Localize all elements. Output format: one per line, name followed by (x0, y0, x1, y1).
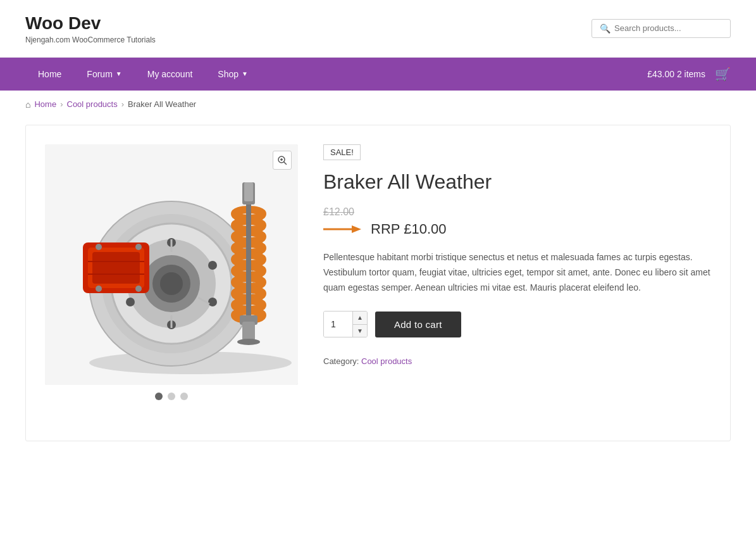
category-line: Category: Cool products (323, 356, 711, 366)
search-icon: 🔍 (600, 23, 610, 34)
shop-dropdown-icon: ▼ (242, 70, 248, 77)
svg-point-14 (208, 298, 217, 306)
search-input[interactable] (614, 23, 722, 33)
search-box: 🔍 (592, 19, 731, 38)
nav-item-myaccount[interactable]: My account (135, 58, 206, 91)
svg-rect-42 (242, 322, 255, 341)
cart-amount: £43.00 2 items (647, 69, 705, 79)
breadcrumb: ⌂ Home › Cool products › Braker All Weat… (0, 91, 756, 118)
add-to-cart-row: 1 ▲ ▼ Add to cart (323, 311, 711, 337)
nav-item-forum[interactable]: Forum ▼ (74, 58, 134, 91)
breadcrumb-sep-2: › (121, 99, 124, 109)
nav-item-home[interactable]: Home (25, 58, 74, 91)
svg-rect-40 (246, 205, 251, 328)
breadcrumb-current: Braker All Weather (128, 99, 196, 109)
qty-buttons: ▲ ▼ (352, 312, 367, 337)
qty-increase-button[interactable]: ▲ (353, 312, 367, 324)
image-dot-1[interactable] (155, 393, 163, 400)
site-tagline: Njengah.com WooCommerce Tutorials (25, 35, 156, 44)
original-price: £12.00 (323, 206, 711, 218)
current-price: RRP £10.00 (371, 221, 446, 237)
qty-decrease-button[interactable]: ▼ (353, 324, 367, 337)
nav-left: Home Forum ▼ My account Shop ▼ (25, 58, 261, 91)
product-description: Pellentesque habitant morbi tristique se… (323, 250, 711, 295)
nav-right: £43.00 2 items 🛒 (647, 66, 731, 82)
price-arrow (323, 222, 361, 237)
cart-icon[interactable]: 🛒 (715, 66, 731, 82)
image-dot-2[interactable] (168, 393, 175, 400)
zoom-icon[interactable] (273, 151, 292, 170)
breadcrumb-parent-link[interactable]: Cool products (67, 99, 118, 109)
svg-point-26 (96, 286, 102, 292)
product-container: SALE! Braker All Weather £12.00 RRP £10.… (25, 125, 731, 441)
svg-point-12 (208, 261, 217, 270)
image-thumbnails (45, 393, 298, 400)
breadcrumb-sep-1: › (60, 99, 63, 109)
sale-badge: SALE! (323, 144, 361, 160)
site-branding: Woo Dev Njengah.com WooCommerce Tutorial… (25, 13, 156, 44)
svg-rect-21 (92, 252, 140, 284)
svg-point-24 (96, 244, 102, 250)
image-dot-3[interactable] (180, 393, 188, 400)
product-image-wrap (45, 144, 298, 422)
product-title: Braker All Weather (323, 170, 711, 194)
site-nav: Home Forum ▼ My account Shop ▼ £43.00 2 … (0, 58, 756, 91)
forum-dropdown-icon: ▼ (116, 70, 122, 77)
rrp-row: RRP £10.00 (323, 221, 711, 237)
svg-point-25 (135, 244, 142, 250)
svg-point-8 (160, 272, 183, 295)
category-link[interactable]: Cool products (361, 356, 412, 366)
home-icon: ⌂ (25, 99, 30, 110)
product-details: SALE! Braker All Weather £12.00 RRP £10.… (323, 144, 711, 422)
svg-point-13 (126, 298, 135, 306)
svg-point-27 (135, 286, 142, 292)
svg-rect-29 (244, 182, 253, 201)
price-block: £12.00 RRP £10.00 (323, 206, 711, 237)
breadcrumb-home-link[interactable]: Home (34, 99, 56, 109)
add-to-cart-button[interactable]: Add to cart (375, 312, 461, 337)
svg-point-43 (237, 339, 260, 345)
site-title: Woo Dev (25, 13, 156, 34)
svg-marker-49 (352, 225, 361, 233)
svg-line-45 (284, 162, 287, 165)
quantity-input: 1 ▲ ▼ (323, 311, 368, 337)
quantity-field[interactable]: 1 (324, 312, 352, 337)
site-header: Woo Dev Njengah.com WooCommerce Tutorial… (0, 0, 756, 58)
product-image-svg (45, 144, 298, 385)
nav-item-shop[interactable]: Shop ▼ (205, 58, 261, 91)
product-image-main (45, 144, 298, 385)
